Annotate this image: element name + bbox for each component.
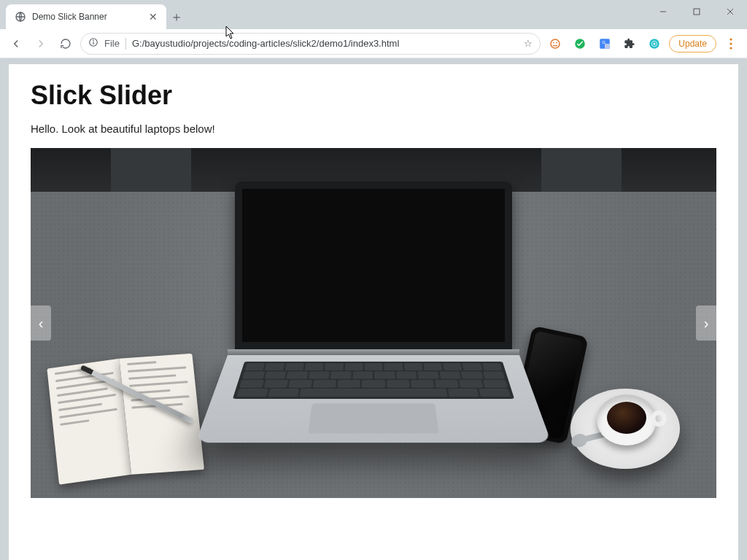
- extension-icon[interactable]: G: [595, 34, 615, 54]
- viewport: Slick Slider Hello. Look at beautiful la…: [0, 58, 747, 560]
- update-button[interactable]: Update: [669, 35, 716, 52]
- coffee-illustration: [570, 389, 680, 469]
- slick-slider[interactable]: ‹ ›: [31, 148, 716, 498]
- extension-icon[interactable]: [570, 34, 590, 54]
- back-button[interactable]: [6, 34, 26, 54]
- menu-dots-icon[interactable]: [721, 34, 741, 54]
- svg-point-8: [551, 39, 560, 48]
- slider-next-button[interactable]: ›: [696, 306, 716, 341]
- browser-tab[interactable]: Demo Slick Banner ✕: [6, 4, 166, 29]
- svg-point-9: [553, 42, 554, 43]
- svg-point-10: [557, 42, 558, 43]
- info-icon[interactable]: [88, 37, 98, 50]
- window-controls: [646, 0, 747, 29]
- titlebar: Demo Slick Banner ✕ ＋: [0, 0, 747, 29]
- close-window-button[interactable]: [713, 0, 747, 23]
- extensions-puzzle-icon[interactable]: [619, 34, 640, 54]
- svg-text:G: G: [603, 40, 606, 44]
- laptop-illustration: [235, 182, 512, 472]
- extension-icon[interactable]: [545, 34, 565, 54]
- svg-point-7: [93, 40, 94, 41]
- extension-icon[interactable]: [644, 34, 665, 54]
- svg-rect-13: [605, 44, 610, 49]
- browser-window: Demo Slick Banner ✕ ＋ File G:/bayustudio…: [0, 0, 747, 560]
- slider-prev-button[interactable]: ‹: [31, 306, 51, 341]
- svg-point-18: [729, 38, 732, 40]
- close-tab-icon[interactable]: ✕: [147, 11, 159, 23]
- address-bar[interactable]: File G:/bayustudio/projects/coding-artic…: [80, 33, 541, 55]
- page-content: Slick Slider Hello. Look at beautiful la…: [9, 64, 738, 560]
- svg-point-19: [729, 42, 732, 44]
- maximize-button[interactable]: [680, 0, 713, 23]
- notebook-illustration: [47, 352, 204, 483]
- new-tab-button[interactable]: ＋: [166, 4, 187, 29]
- intro-text: Hello. Look at beautiful laptops below!: [31, 122, 716, 135]
- forward-button[interactable]: [31, 34, 51, 54]
- reload-button[interactable]: [55, 34, 76, 54]
- globe-icon: [15, 11, 26, 23]
- slider-image: [31, 148, 716, 498]
- url-scheme-label: File: [104, 38, 120, 49]
- tab-title: Demo Slick Banner: [32, 12, 142, 22]
- separator: [125, 38, 126, 50]
- page-title: Slick Slider: [31, 80, 716, 111]
- bookmark-star-icon[interactable]: ☆: [524, 38, 533, 49]
- svg-rect-2: [694, 9, 700, 15]
- svg-point-20: [729, 47, 732, 49]
- url-text: G:/bayustudio/projects/coding-articles/s…: [132, 38, 518, 49]
- browser-toolbar: File G:/bayustudio/projects/coding-artic…: [0, 29, 747, 58]
- minimize-button[interactable]: [646, 0, 680, 23]
- svg-point-17: [654, 42, 656, 44]
